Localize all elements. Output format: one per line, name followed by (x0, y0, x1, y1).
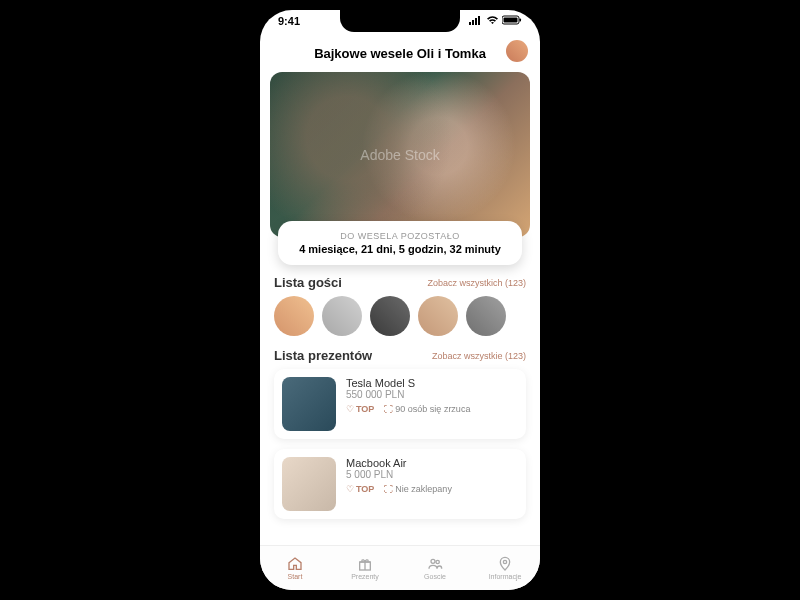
guest-avatar[interactable] (466, 296, 506, 336)
gifts-section-head: Lista prezentów Zobacz wszystkie (123) (274, 348, 526, 363)
countdown-label: DO WESELA POZOSTAŁO (286, 231, 514, 241)
guest-avatar[interactable] (370, 296, 410, 336)
svg-rect-3 (478, 16, 480, 25)
battery-icon (502, 15, 522, 27)
gift-image (282, 457, 336, 511)
svg-rect-5 (504, 18, 518, 23)
page-title: Bajkowe wesele Oli i Tomka (314, 46, 486, 61)
gift-card[interactable]: Macbook Air 5 000 PLN ♡TOP ⛶Nie zaklepan… (274, 449, 526, 519)
people-icon (427, 556, 443, 572)
hero-image: Adobe Stock DO WESELA POZOSTAŁO 4 miesią… (270, 72, 530, 237)
gift-icon: ⛶ (384, 404, 393, 414)
tab-goscie[interactable]: Goscie (400, 546, 470, 590)
watermark-text: Adobe Stock (360, 147, 439, 163)
gift-image (282, 377, 336, 431)
tab-informacje[interactable]: Informacje (470, 546, 540, 590)
wifi-icon (486, 15, 499, 27)
svg-point-9 (436, 560, 439, 563)
phone-frame: 9:41 Bajkowe wesele Oli i Tomka Adobe St… (260, 10, 540, 590)
gift-icon: ⛶ (384, 484, 393, 494)
svg-point-8 (431, 559, 435, 563)
guests-view-all-link[interactable]: Zobacz wszystkich (123) (427, 278, 526, 288)
tab-label: Informacje (489, 573, 522, 580)
gift-price: 550 000 PLN (346, 389, 518, 400)
gift-status: Nie zaklepany (395, 484, 452, 494)
tab-prezenty[interactable]: Prezenty (330, 546, 400, 590)
guests-section-head: Lista gości Zobacz wszystkich (123) (274, 275, 526, 290)
gift-top-badge: TOP (356, 404, 374, 414)
countdown-card: DO WESELA POZOSTAŁO 4 miesiące, 21 dni, … (278, 221, 522, 265)
gift-top-badge: TOP (356, 484, 374, 494)
guest-avatar[interactable] (274, 296, 314, 336)
location-icon (497, 556, 513, 572)
status-time: 9:41 (278, 15, 300, 27)
gift-price: 5 000 PLN (346, 469, 518, 480)
gifts-title: Lista prezentów (274, 348, 372, 363)
tab-label: Goscie (424, 573, 446, 580)
svg-rect-2 (475, 18, 477, 25)
tab-start[interactable]: Start (260, 546, 330, 590)
countdown-time: 4 miesiące, 21 dni, 5 godzin, 32 minuty (286, 243, 514, 255)
svg-point-10 (503, 560, 506, 563)
heart-icon: ♡ (346, 484, 354, 494)
gift-icon (357, 556, 373, 572)
gifts-view-all-link[interactable]: Zobacz wszystkie (123) (432, 351, 526, 361)
signal-icon (469, 15, 483, 27)
heart-icon: ♡ (346, 404, 354, 414)
gift-name: Tesla Model S (346, 377, 518, 389)
guests-row (274, 296, 526, 336)
guest-avatar[interactable] (322, 296, 362, 336)
user-avatar[interactable] (506, 40, 528, 62)
guest-avatar[interactable] (418, 296, 458, 336)
svg-rect-0 (469, 22, 471, 25)
tab-bar: Start Prezenty Goscie Informacje (260, 545, 540, 590)
gift-name: Macbook Air (346, 457, 518, 469)
svg-rect-6 (520, 19, 522, 22)
gift-status: 90 osób się zrzuca (395, 404, 470, 414)
tab-label: Prezenty (351, 573, 379, 580)
phone-notch (340, 10, 460, 32)
home-icon (287, 556, 303, 572)
guests-title: Lista gości (274, 275, 342, 290)
svg-rect-1 (472, 20, 474, 25)
gift-card[interactable]: Tesla Model S 550 000 PLN ♡TOP ⛶90 osób … (274, 369, 526, 439)
tab-label: Start (288, 573, 303, 580)
